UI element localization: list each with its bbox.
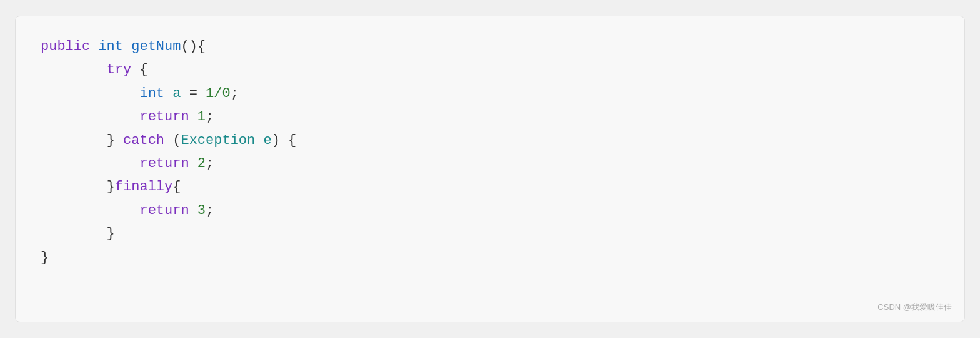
- code-line: } catch (Exception e) {: [41, 129, 939, 152]
- code-segment: 2: [198, 156, 206, 172]
- code-segment: [41, 133, 107, 148]
- code-segment: catch: [123, 133, 164, 148]
- code-line: }: [41, 222, 939, 245]
- code-segment: [189, 109, 198, 125]
- code-line: return 1;: [41, 105, 939, 128]
- code-segment: int: [98, 39, 131, 54]
- code-line: try {: [41, 58, 939, 81]
- code-segment: }: [41, 226, 115, 242]
- code-block: public int getNum(){ try { int a = 1/0; …: [41, 35, 939, 269]
- code-segment: ;: [231, 86, 239, 101]
- code-segment: [41, 179, 107, 195]
- code-segment: 1: [198, 109, 206, 125]
- code-segment: 3: [198, 203, 206, 218]
- code-line: return 3;: [41, 199, 939, 222]
- code-segment: [189, 203, 198, 218]
- code-segment: [41, 109, 139, 125]
- code-segment: }: [107, 179, 115, 195]
- code-segment: [255, 133, 263, 148]
- code-line: }: [41, 246, 939, 269]
- code-segment: a: [172, 86, 181, 101]
- code-segment: [164, 86, 172, 101]
- code-segment: ) {: [272, 133, 297, 148]
- code-line: int a = 1/0;: [41, 82, 939, 105]
- code-line: public int getNum(){: [41, 35, 939, 58]
- code-segment: finally: [115, 179, 172, 195]
- code-segment: [41, 62, 107, 78]
- code-segment: [41, 156, 139, 172]
- code-segment: [41, 86, 139, 101]
- code-segment: [189, 156, 198, 172]
- code-segment: ;: [206, 203, 214, 218]
- code-segment: 1/0: [206, 86, 231, 101]
- code-line: }finally{: [41, 175, 939, 198]
- watermark: CSDN @我爱吸佳佳: [878, 302, 952, 313]
- code-segment: return: [139, 109, 189, 125]
- code-segment: return: [139, 203, 189, 218]
- code-segment: }: [41, 250, 49, 265]
- code-segment: e: [263, 133, 271, 148]
- code-segment: ;: [206, 156, 214, 172]
- code-segment: (: [164, 133, 181, 148]
- code-segment: Exception: [181, 133, 255, 148]
- code-container: public int getNum(){ try { int a = 1/0; …: [15, 16, 965, 322]
- code-segment: public: [41, 39, 98, 54]
- code-segment: return: [139, 156, 189, 172]
- code-segment: {: [172, 179, 181, 195]
- code-segment: {: [131, 62, 148, 78]
- code-segment: =: [181, 86, 206, 101]
- code-line: return 2;: [41, 152, 939, 175]
- code-segment: (){: [181, 39, 206, 54]
- code-segment: ;: [206, 109, 214, 125]
- code-segment: [41, 203, 139, 218]
- code-segment: try: [107, 62, 132, 78]
- code-segment: }: [107, 133, 123, 148]
- code-segment: int: [139, 86, 164, 101]
- code-segment: getNum: [131, 39, 181, 54]
